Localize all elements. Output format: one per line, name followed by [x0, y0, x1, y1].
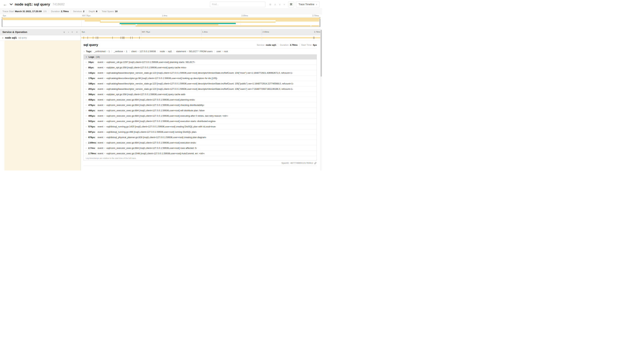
log-equals: =	[104, 152, 106, 155]
spanid-row: SpanID: 4877749850101760812	[84, 160, 317, 166]
tag-item: _verbose = 1	[114, 50, 127, 53]
divider	[299, 44, 300, 46]
log-row[interactable]: › 142μs: event = ‹sql/catalog/lease/desc…	[84, 70, 317, 75]
tag-equals: =	[106, 50, 108, 53]
tag-key: client	[131, 50, 136, 53]
log-field-key: event	[98, 77, 103, 80]
tag-value: 1	[126, 50, 127, 53]
summary-value: 6	[96, 10, 98, 13]
log-marker-tick	[98, 37, 98, 39]
log-row[interactable]: › 2.69ms: event = ‹sql/conn_executor_exe…	[84, 140, 317, 145]
tag-value: sql1	[168, 50, 172, 53]
log-row[interactable]: › 2.79ms: event = ‹sql/conn_executor_exe…	[84, 151, 317, 156]
span-overview: Service: node sql1 Duration: 2.79ms Star…	[257, 44, 317, 46]
log-marker-tick	[123, 37, 123, 39]
tags-accordion[interactable]: › Tags: _unfinished = 1 _verbose = 1 cli…	[84, 49, 317, 54]
deep-link-icon[interactable]	[314, 162, 316, 164]
log-row[interactable]: › 201μs: event = ‹sql/catalog/lease/desc…	[84, 86, 317, 92]
log-field-key: event	[98, 109, 103, 112]
clear-search-icon[interactable]: ×	[284, 3, 285, 6]
chevron-right-icon: ›	[86, 147, 88, 149]
chevron-right-icon: ›	[86, 152, 88, 155]
chevron-right-icon: ›	[84, 50, 84, 53]
expand-all-icon[interactable]: »	[71, 31, 74, 33]
tag-item: user = root	[216, 50, 228, 53]
back-button[interactable]: ←	[2, 3, 8, 7]
log-row[interactable]: › 366μs: event = ‹sql/plan_opt.go:358 [n…	[84, 92, 317, 97]
log-row[interactable]: › 678μs: event = ‹sql/distsql_physical_p…	[84, 134, 317, 140]
overview-value: node sql1	[266, 44, 276, 46]
log-row[interactable]: › 80μs: event = ‹sql/plan_opt.go:358 [ns…	[84, 65, 317, 70]
log-field-value: ‹sql/conn_executor_exec.go:684 [nsql1,cl…	[106, 141, 196, 144]
next-match-icon[interactable]: ∨	[279, 3, 281, 6]
log-timestamp: 2.79ms:	[88, 152, 98, 155]
expand-one-icon[interactable]: ›	[68, 31, 69, 33]
log-timestamp: 574μs:	[88, 125, 98, 128]
log-row[interactable]: › 502μs: event = ‹sql/conn_executor_exec…	[84, 118, 317, 124]
span-operation-name: sql query	[18, 37, 27, 39]
trace-minimap: 0μs697.75μs1.4ms2.09ms2.79ms	[0, 14, 322, 29]
tag-key: user	[216, 50, 221, 53]
log-marker-tick	[132, 37, 132, 39]
span-row-name-cell[interactable]: ∨ node sql1 sql query	[0, 35, 81, 40]
log-equals: =	[104, 88, 106, 90]
log-row[interactable]: › 476μs: event = ‹sql/conn_executor_exec…	[84, 102, 317, 108]
log-row[interactable]: › 495μs: event = ‹sql/conn_executor_exec…	[84, 113, 317, 118]
trace-view-select-label: Trace Timeline	[298, 3, 314, 6]
log-row[interactable]: › 189μs: event = ‹sql/catalog/lease/desc…	[84, 81, 317, 86]
log-field-value: ‹sql/plan_opt.go:358 [nsql1,client=127.0…	[106, 93, 186, 96]
overview-label: Start Time:	[301, 44, 312, 46]
log-equals: =	[104, 104, 106, 106]
overview-value: 0μs	[313, 44, 317, 46]
chevron-down-icon[interactable]: ∨	[2, 37, 4, 39]
find-input[interactable]	[212, 3, 264, 6]
log-field-key: event	[98, 88, 103, 90]
log-timestamp: 2.69ms:	[88, 141, 98, 144]
chevron-right-icon: ›	[86, 72, 88, 74]
log-equals: =	[104, 147, 106, 149]
scrollbar-thumb[interactable]	[320, 30, 322, 77]
log-equals: =	[104, 120, 106, 123]
log-field-key: event	[98, 66, 103, 69]
log-equals: =	[104, 82, 106, 85]
collapse-one-icon[interactable]: ∨	[63, 31, 65, 33]
trace-page: ← node sql1: sql query 7418682 ⊕ ∧ ∨ × ⌘…	[0, 0, 322, 171]
log-row[interactable]: › 2.7ms: event = ‹sql/conn_executor_exec…	[84, 145, 317, 151]
overview-item: Service: node sql1	[257, 44, 276, 46]
minimap-span-bar	[136, 25, 310, 27]
log-row[interactable]: › 459μs: event = ‹sql/conn_executor_exec…	[84, 97, 317, 102]
log-equals: =	[104, 115, 106, 117]
log-field-key: event	[98, 141, 103, 144]
trace-view-select[interactable]: Trace Timeline ∨	[296, 2, 320, 7]
timeline-header-row: Service & Operation ∨ › » » 0μs697.75μs1…	[0, 29, 322, 35]
span-detail-panel: sql query Service: node sql1 Duration: 2…	[81, 41, 322, 171]
log-row[interactable]: › 597μs: event = ‹sql/distsql_running.go…	[84, 129, 317, 134]
minimap-span-bar	[3, 19, 319, 20]
log-equals: =	[104, 77, 106, 80]
log-field-key: event	[98, 98, 103, 101]
tag-equals: =	[124, 50, 125, 53]
logs-accordion-header[interactable]: ∨ Logs (18)	[84, 55, 317, 60]
log-equals: =	[104, 141, 106, 144]
log-row[interactable]: › 574μs: event = ‹sql/distsql_running.go…	[84, 124, 317, 129]
chevron-down-icon: ∨	[316, 4, 317, 5]
logs-count: (18)	[96, 56, 100, 58]
tag-equals: =	[187, 50, 188, 53]
keyboard-shortcuts-button[interactable]: ⌘	[288, 2, 294, 7]
log-row[interactable]: › 486μs: event = ‹sql/conn_executor_exec…	[84, 108, 317, 113]
log-row[interactable]: › 176μs: event = ‹sql/catalog/descs/desc…	[84, 75, 317, 81]
summary-label: Services	[73, 10, 82, 13]
log-field-value: ‹sql/catalog/descs/descriptor.go:98 [nsq…	[106, 77, 217, 80]
collapse-all-icon[interactable]: »	[76, 31, 78, 33]
trace-summary-bar: Trace Start March 31 2022, 17:25:09 .326…	[0, 9, 322, 14]
time-tick-label: 2.79ms	[314, 31, 320, 33]
log-row[interactable]: › 34μs: event = ‹sql/exec_util.go:2297 […	[84, 60, 317, 65]
chevron-right-icon: ›	[86, 104, 88, 106]
locate-match-icon[interactable]: ⊕	[269, 3, 272, 6]
minimap-canvas[interactable]	[2, 17, 320, 27]
tag-equals: =	[166, 50, 167, 53]
prev-match-icon[interactable]: ∧	[274, 3, 276, 6]
timeline-left-header: Service & Operation ∨ › » »	[0, 29, 81, 35]
collapse-trace-chevron-icon[interactable]	[10, 4, 13, 5]
log-field-key: event	[98, 61, 103, 63]
